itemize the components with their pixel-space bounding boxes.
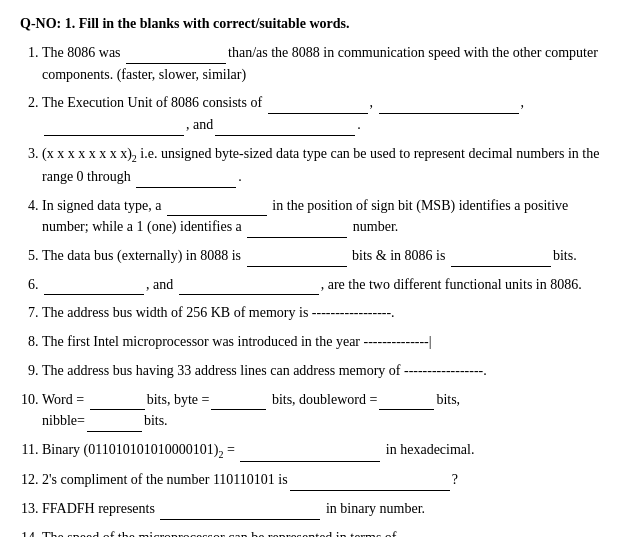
- q3-text: (x x x x x x x x)2 i.e. unsigned byte-si…: [42, 146, 599, 184]
- question-3: (x x x x x x x x)2 i.e. unsigned byte-si…: [42, 143, 606, 188]
- q5-blank2[interactable]: [451, 253, 551, 267]
- question-13: FFADFH represents in binary number.: [42, 498, 606, 520]
- q6-blank1[interactable]: [44, 281, 144, 295]
- q9-dashes: -----------------.: [404, 363, 487, 378]
- question-7: The address bus width of 256 KB of memor…: [42, 302, 606, 324]
- q2-blank2[interactable]: [379, 100, 519, 114]
- q10-blank1[interactable]: [90, 396, 145, 410]
- question-9: The address bus having 33 address lines …: [42, 360, 606, 382]
- question-1: The 8086 was than/as the 8088 in communi…: [42, 42, 606, 85]
- q2-blank4[interactable]: [215, 122, 355, 136]
- q13-blank1[interactable]: [160, 506, 320, 520]
- q5-text: The data bus (externally) in 8088 is bit…: [42, 248, 577, 263]
- question-8: The first Intel microprocessor was intro…: [42, 331, 606, 353]
- q4-blank2[interactable]: [247, 224, 347, 238]
- questions-list: The 8086 was than/as the 8088 in communi…: [20, 42, 606, 537]
- q1-blank1[interactable]: [126, 50, 226, 64]
- q2-blank3[interactable]: [44, 122, 184, 136]
- question-header: Q-NO: 1. Fill in the blanks with correct…: [20, 16, 606, 32]
- question-5: The data bus (externally) in 8088 is bit…: [42, 245, 606, 267]
- q8-text: The first Intel microprocessor was intro…: [42, 334, 432, 349]
- q11-text: Binary (011010101010000101)2 = in hexade…: [42, 442, 474, 457]
- q1-text: The 8086 was than/as the 8088 in communi…: [42, 45, 598, 82]
- q4-text: In signed data type, a in the position o…: [42, 198, 568, 235]
- q9-text: The address bus having 33 address lines …: [42, 363, 487, 378]
- q2-text: The Execution Unit of 8086 consists of ,…: [42, 95, 524, 132]
- q7-dashes: -----------------.: [312, 305, 395, 320]
- q10-text: Word = bits, byte = bits, doubleword =bi…: [42, 392, 460, 429]
- question-10: Word = bits, byte = bits, doubleword =bi…: [42, 389, 606, 432]
- q10-blank3[interactable]: [379, 396, 434, 410]
- q12-text: 2's compliment of the number 110110101 i…: [42, 472, 458, 487]
- question-11: Binary (011010101010000101)2 = in hexade…: [42, 439, 606, 462]
- q3-blank1[interactable]: [136, 174, 236, 188]
- question-14: The speed of the microprocessor can be r…: [42, 527, 606, 537]
- q4-blank1[interactable]: [167, 202, 267, 216]
- q5-blank1[interactable]: [247, 253, 347, 267]
- q6-blank2[interactable]: [179, 281, 319, 295]
- question-12: 2's compliment of the number 110110101 i…: [42, 469, 606, 491]
- q14-text: The speed of the microprocessor can be r…: [42, 530, 508, 537]
- q2-blank1[interactable]: [268, 100, 368, 114]
- q6-text: , and , are the two different functional…: [42, 277, 582, 292]
- question-4: In signed data type, a in the position o…: [42, 195, 606, 238]
- q7-text: The address bus width of 256 KB of memor…: [42, 305, 395, 320]
- q10-blank2[interactable]: [211, 396, 266, 410]
- q8-dashes: --------------|: [364, 334, 432, 349]
- q10-blank4[interactable]: [87, 418, 142, 432]
- question-2: The Execution Unit of 8086 consists of ,…: [42, 92, 606, 135]
- question-6: , and , are the two different functional…: [42, 274, 606, 296]
- q13-text: FFADFH represents in binary number.: [42, 501, 425, 516]
- q11-blank1[interactable]: [240, 448, 380, 462]
- q12-blank1[interactable]: [290, 477, 450, 491]
